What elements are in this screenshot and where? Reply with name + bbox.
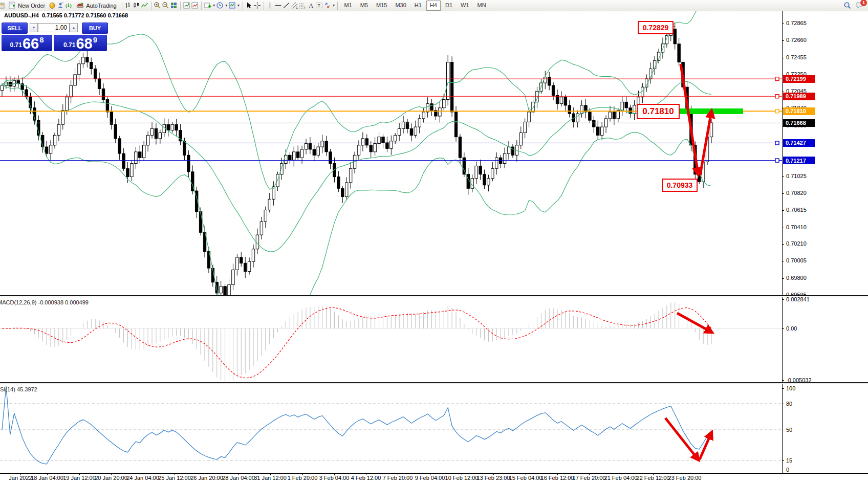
level-end-marker[interactable] bbox=[775, 141, 779, 145]
chevron-down-icon[interactable]: ▼ bbox=[225, 4, 228, 7]
trendline-icon[interactable] bbox=[283, 2, 291, 10]
candlestick-icon[interactable] bbox=[133, 2, 141, 10]
level-end-marker[interactable] bbox=[775, 95, 779, 98]
tab-timeframe-h1[interactable]: H1 bbox=[411, 1, 425, 11]
bar-chart-icon[interactable] bbox=[124, 2, 133, 10]
tab-timeframe-w1[interactable]: W1 bbox=[457, 1, 473, 11]
fibonacci-icon[interactable]: F bbox=[299, 2, 307, 10]
tab-timeframe-m1[interactable]: M1 bbox=[340, 1, 355, 11]
annotation-arrow[interactable] bbox=[700, 112, 711, 175]
sell-button[interactable]: SELL bbox=[2, 23, 28, 34]
crosshair-icon[interactable] bbox=[253, 2, 262, 10]
notifications-button[interactable]: 1 bbox=[856, 1, 864, 10]
line-chart-icon[interactable] bbox=[141, 2, 149, 10]
time-axis-label: 26 Jan 20:00 bbox=[190, 475, 223, 481]
zoom-in-icon[interactable] bbox=[154, 2, 162, 10]
text-label-icon[interactable]: T bbox=[315, 2, 323, 10]
volume-increase-button[interactable]: ▲ bbox=[70, 23, 78, 32]
mt4-terminal: New Order AutoTrading ▼ ▼ ▼ E bbox=[0, 0, 868, 484]
candle bbox=[548, 77, 551, 85]
candle bbox=[17, 80, 19, 83]
candle bbox=[244, 263, 247, 271]
tile-windows-icon[interactable] bbox=[170, 2, 178, 10]
time-axis-label: 10 Feb 12:00 bbox=[445, 475, 479, 481]
indicator-up-icon[interactable] bbox=[183, 2, 191, 10]
candle bbox=[674, 29, 676, 44]
panel-divider[interactable] bbox=[0, 295, 868, 297]
autotrading-button[interactable]: AutoTrading bbox=[73, 0, 120, 11]
period-clock-icon[interactable] bbox=[216, 2, 224, 10]
tab-timeframe-m30[interactable]: M30 bbox=[392, 1, 409, 11]
vertical-line-icon[interactable] bbox=[266, 2, 274, 10]
candle bbox=[171, 124, 173, 130]
candle bbox=[78, 64, 80, 75]
green-zone-bar[interactable] bbox=[669, 108, 743, 114]
candle bbox=[236, 257, 238, 270]
price-badge: 0.71217 bbox=[783, 157, 815, 164]
chevron-down-icon[interactable]: ▼ bbox=[212, 4, 216, 7]
candle bbox=[264, 210, 267, 222]
tab-timeframe-mn[interactable]: MN bbox=[474, 1, 490, 11]
search-icon[interactable] bbox=[843, 2, 852, 10]
candle bbox=[410, 128, 413, 135]
candle bbox=[495, 158, 498, 168]
template-icon[interactable] bbox=[228, 2, 236, 10]
candle bbox=[66, 97, 68, 111]
candle bbox=[296, 152, 299, 158]
indicator-list-icon[interactable] bbox=[191, 2, 199, 10]
candle bbox=[135, 152, 137, 164]
macd-panel bbox=[0, 297, 782, 382]
price-callout[interactable]: 0.71810 bbox=[637, 104, 680, 119]
add-indicator-icon[interactable] bbox=[204, 2, 212, 10]
chevron-down-icon[interactable]: ▼ bbox=[237, 4, 241, 7]
bucket-icon[interactable] bbox=[48, 2, 56, 10]
candle bbox=[25, 90, 28, 97]
level-end-marker[interactable] bbox=[775, 77, 779, 81]
panel-divider[interactable] bbox=[0, 382, 868, 384]
candle bbox=[528, 112, 530, 122]
buy-button[interactable]: BUY bbox=[82, 23, 108, 34]
price-badge: 0.71668 bbox=[783, 119, 815, 127]
time-axis-label: Jan 2022 bbox=[9, 475, 32, 481]
main-price-chart bbox=[0, 11, 782, 295]
arrows-icon[interactable] bbox=[323, 2, 332, 10]
new-order-button[interactable]: New Order bbox=[5, 0, 48, 11]
cursor-icon[interactable] bbox=[245, 2, 253, 10]
equidistant-channel-icon[interactable]: E bbox=[291, 2, 299, 10]
candle bbox=[390, 141, 393, 149]
volume-input[interactable]: 1.00 bbox=[38, 23, 70, 32]
candle bbox=[268, 199, 271, 210]
text-icon[interactable]: A bbox=[307, 2, 315, 10]
candle bbox=[613, 112, 615, 119]
annotation-arrow[interactable] bbox=[665, 418, 698, 459]
candle bbox=[313, 149, 315, 155]
time-axis-label: 22 Feb 12:00 bbox=[637, 475, 670, 481]
level-end-marker[interactable] bbox=[775, 109, 779, 113]
signal-icon[interactable] bbox=[64, 2, 73, 10]
chevron-down-icon[interactable]: ▼ bbox=[332, 4, 336, 7]
macd-values: -0.000938 0.000499 bbox=[38, 299, 88, 305]
candle bbox=[159, 133, 161, 138]
tab-timeframe-d1[interactable]: D1 bbox=[442, 1, 456, 11]
sell-price-display[interactable]: 0.71668 bbox=[2, 35, 52, 51]
level-end-marker[interactable] bbox=[775, 159, 779, 162]
zoom-out-icon[interactable] bbox=[162, 2, 170, 10]
price-axis-label: 0.72660 bbox=[786, 37, 807, 43]
tab-timeframe-m5[interactable]: M5 bbox=[357, 1, 372, 11]
buy-price-display[interactable]: 0.71689 bbox=[54, 35, 107, 51]
candle bbox=[110, 112, 113, 124]
price-badge: 0.71427 bbox=[783, 139, 815, 147]
horizontal-line-icon[interactable] bbox=[274, 2, 283, 10]
annotation-arrow[interactable] bbox=[681, 64, 698, 174]
tab-timeframe-m15[interactable]: M15 bbox=[373, 1, 390, 11]
buy-price-big: 68 bbox=[76, 37, 92, 50]
volume-decrease-button[interactable]: ▼ bbox=[30, 23, 38, 32]
price-axis-label: 0.72455 bbox=[786, 54, 807, 60]
tab-timeframe-h4[interactable]: H4 bbox=[426, 1, 441, 11]
chart-area[interactable]: AUDUSD-,H4 0.71565 0.71772 0.71560 0.716… bbox=[0, 11, 868, 484]
profile-chart-icon[interactable] bbox=[56, 2, 64, 10]
candle bbox=[106, 100, 108, 112]
price-callout[interactable]: 0.72829 bbox=[638, 21, 674, 34]
candle bbox=[345, 183, 348, 197]
price-callout[interactable]: 0.70933 bbox=[662, 179, 698, 192]
